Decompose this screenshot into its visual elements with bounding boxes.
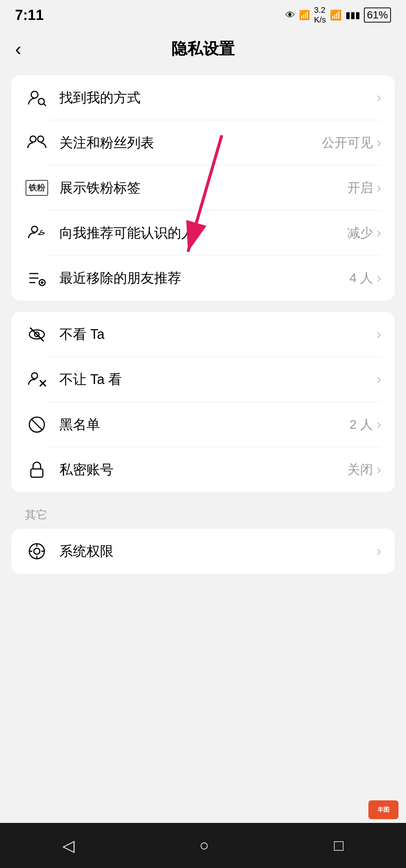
menu-item-recommend[interactable]: 向我推荐可能认识的人 减少 ›: [11, 210, 395, 256]
follow-fans-chevron: ›: [377, 135, 381, 151]
not-watch-chevron: ›: [377, 327, 381, 342]
svg-point-3: [30, 136, 36, 142]
speed-indicator: 3.2K/s: [314, 5, 326, 25]
eye-icon: 👁: [285, 9, 295, 21]
not-let-watch-icon: [25, 367, 49, 392]
watermark: 丰图: [368, 800, 398, 819]
content-area: 找到我的方式 › 关注和粉丝列表 公开可见 › 铁粉 展示铁粉标签 开启: [0, 68, 406, 593]
bottom-nav: ◁ ○ □: [0, 823, 406, 868]
svg-line-21: [31, 419, 42, 430]
follow-fans-label: 关注和粉丝列表: [59, 134, 322, 152]
recommend-value: 减少: [347, 224, 373, 242]
not-let-watch-chevron: ›: [377, 372, 381, 387]
follow-fans-icon: [25, 131, 49, 155]
card-1: 找到我的方式 › 关注和粉丝列表 公开可见 › 铁粉 展示铁粉标签 开启: [11, 75, 395, 301]
sim-icon: 📶: [299, 10, 310, 20]
system-permissions-icon: [25, 539, 49, 563]
svg-line-2: [44, 104, 46, 106]
wifi-icon: 📶: [330, 9, 342, 21]
card-3: 系统权限 ›: [11, 529, 395, 574]
private-account-value: 关闭: [347, 461, 373, 478]
status-bar: 7:11 👁 📶 3.2K/s 📶 ▮▮▮ 61%: [0, 0, 406, 30]
menu-item-not-let-watch[interactable]: 不让 Ta 看 ›: [11, 357, 395, 402]
status-icons: 👁 📶 3.2K/s 📶 ▮▮▮ 61%: [285, 5, 391, 25]
private-account-label: 私密账号: [59, 461, 347, 479]
iron-fan-label: 展示铁粉标签: [59, 179, 347, 197]
not-watch-label: 不看 Ta: [59, 325, 373, 344]
battery-display: 61%: [364, 8, 391, 23]
nav-back-button[interactable]: ◁: [62, 836, 74, 855]
find-me-label: 找到我的方式: [59, 89, 373, 107]
page-title: 隐私设置: [171, 38, 235, 59]
iron-fan-chevron: ›: [377, 180, 381, 196]
blacklist-label: 黑名单: [59, 416, 350, 434]
menu-item-find-me[interactable]: 找到我的方式 ›: [11, 75, 395, 120]
system-permissions-label: 系统权限: [59, 542, 373, 561]
find-me-icon: [25, 86, 49, 110]
not-watch-icon: [25, 322, 49, 346]
removed-friends-label: 最近移除的朋友推荐: [59, 269, 350, 287]
removed-friends-value: 4 人: [350, 269, 373, 287]
find-me-chevron: ›: [377, 90, 381, 106]
recommend-label: 向我推荐可能认识的人: [59, 224, 347, 242]
svg-point-17: [32, 373, 38, 379]
svg-rect-22: [31, 469, 43, 477]
section-other: 其它: [11, 504, 395, 529]
iron-fan-value: 开启: [347, 179, 373, 197]
card-2: 不看 Ta › 不让 Ta 看 ›: [11, 312, 395, 492]
not-let-watch-label: 不让 Ta 看: [59, 370, 373, 389]
blacklist-value: 2 人: [350, 416, 373, 433]
signal-icon: ▮▮▮: [345, 10, 360, 20]
recommend-chevron: ›: [377, 225, 381, 241]
menu-item-system-permissions[interactable]: 系统权限 ›: [11, 529, 395, 574]
removed-friends-chevron: ›: [377, 270, 381, 286]
svg-point-5: [32, 226, 38, 232]
svg-point-24: [34, 548, 40, 554]
blacklist-chevron: ›: [377, 417, 381, 432]
menu-item-removed-friends[interactable]: 最近移除的朋友推荐 4 人 ›: [11, 256, 395, 301]
menu-item-follow-fans[interactable]: 关注和粉丝列表 公开可见 ›: [11, 120, 395, 165]
blacklist-icon: [25, 413, 49, 437]
recommend-icon: [25, 221, 49, 245]
header: ‹ 隐私设置: [0, 30, 406, 68]
private-account-chevron: ›: [377, 462, 381, 478]
iron-fan-icon: 铁粉: [25, 176, 49, 200]
svg-point-0: [31, 91, 38, 98]
watermark-text: 丰图: [377, 806, 389, 814]
time-display: 7:11: [15, 7, 44, 23]
private-account-icon: [25, 458, 49, 482]
removed-friends-icon: [25, 266, 49, 290]
nav-recent-button[interactable]: □: [334, 836, 343, 854]
follow-fans-value: 公开可见: [322, 134, 373, 151]
menu-item-not-watch[interactable]: 不看 Ta ›: [11, 312, 395, 357]
back-button[interactable]: ‹: [15, 38, 21, 60]
nav-home-button[interactable]: ○: [200, 836, 209, 854]
menu-item-private-account[interactable]: 私密账号 关闭 ›: [11, 447, 395, 492]
svg-point-1: [38, 98, 44, 104]
menu-item-blacklist[interactable]: 黑名单 2 人 ›: [11, 402, 395, 447]
system-permissions-chevron: ›: [377, 543, 381, 559]
svg-point-4: [38, 136, 44, 142]
menu-item-iron-fan[interactable]: 铁粉 展示铁粉标签 开启 ›: [11, 165, 395, 210]
